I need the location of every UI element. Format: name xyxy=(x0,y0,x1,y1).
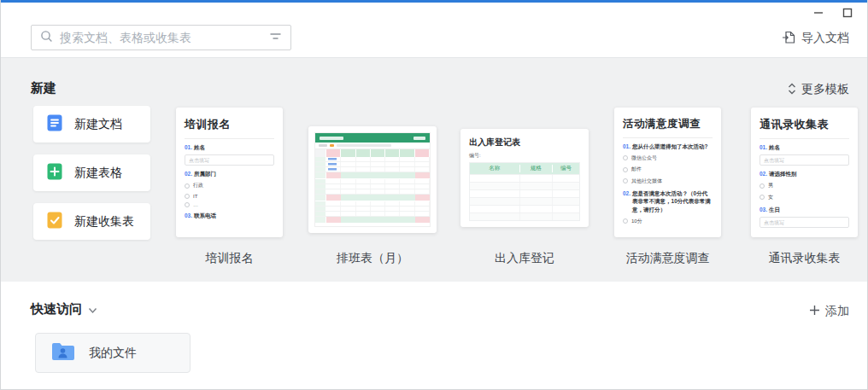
preview-table-header: 名称 规格 编号 xyxy=(470,163,579,174)
more-templates-label: 更多模板 xyxy=(801,82,849,97)
spreadsheet-toolbar xyxy=(315,143,430,149)
window-accent-bar xyxy=(1,0,867,3)
radio-option: 微信公众号 xyxy=(623,154,713,162)
template-preview-title: 活动满意度调查 xyxy=(623,117,713,131)
search-icon xyxy=(40,30,53,46)
radio-option: 男 xyxy=(760,182,849,189)
radio-option: 行政 xyxy=(185,182,274,189)
radio-icon xyxy=(760,183,765,189)
add-label: 添加 xyxy=(825,304,849,319)
new-sheet-icon xyxy=(45,162,64,184)
radio-option: 其他社交媒体 xyxy=(623,178,713,185)
template-caption[interactable]: 培训报名 xyxy=(176,251,283,266)
form-input: 点击填写 xyxy=(760,217,849,228)
search-input[interactable] xyxy=(60,31,269,44)
folder-icon xyxy=(50,341,76,365)
new-doc-button[interactable]: 新建文档 xyxy=(33,106,150,143)
new-form-icon xyxy=(45,211,64,233)
template-card-contact-list[interactable]: 通讯录收集表 01.姓名 点击填写 02.请选择性别 男 女 03.生日 点击填… xyxy=(751,108,858,237)
spreadsheet-subtotal-row xyxy=(315,172,430,179)
import-doc-label: 导入文档 xyxy=(801,31,849,46)
radio-icon xyxy=(185,202,190,207)
template-card-satisfaction-survey[interactable]: 活动满意度调查 01.您从什么渠道得知了本次活动? 微信公众号 邮件 其他社交媒… xyxy=(614,108,721,237)
radio-icon xyxy=(623,178,628,183)
minimize-icon[interactable] xyxy=(812,7,824,19)
new-doc-label: 新建文档 xyxy=(74,117,122,132)
spreadsheet-subtotal-row xyxy=(315,195,430,201)
plus-icon xyxy=(809,305,820,318)
template-caption[interactable]: 活动满意度调查 xyxy=(614,251,721,266)
import-doc-button[interactable]: 导入文档 xyxy=(782,30,849,47)
spreadsheet-thumbnail xyxy=(314,132,431,227)
template-card-shift-schedule[interactable] xyxy=(308,126,437,233)
divider xyxy=(623,137,713,138)
code-label: 编号: xyxy=(469,152,580,160)
updown-chevron-icon xyxy=(788,83,796,97)
chevron-down-icon xyxy=(88,302,97,317)
quick-access-item-my-files[interactable]: 我的文件 xyxy=(35,333,191,373)
divider xyxy=(760,138,849,139)
filter-icon[interactable] xyxy=(269,30,282,45)
add-quick-access-button[interactable]: 添加 xyxy=(809,304,849,319)
template-caption[interactable]: 出入库登记 xyxy=(460,251,589,266)
more-templates-button[interactable]: 更多模板 xyxy=(788,82,849,97)
radio-icon xyxy=(185,194,190,199)
form-question: 01.姓名 xyxy=(185,143,274,151)
spreadsheet-subtotal-row xyxy=(315,217,430,224)
radio-icon xyxy=(623,218,628,224)
template-card-training-signup[interactable]: 培训报名 01.姓名 点击填写 02.所属部门 行政 IT … 03.联系电话 xyxy=(176,108,283,237)
form-question: 01.您从什么渠道得知了本次活动? xyxy=(623,143,713,150)
template-caption[interactable]: 通讯录收集表 xyxy=(751,251,858,266)
template-card-warehouse-register[interactable]: 出入库登记表 编号: 名称 规格 编号 xyxy=(460,129,589,227)
radio-icon xyxy=(623,155,628,160)
window-controls xyxy=(812,7,853,19)
radio-option: IT xyxy=(185,194,274,199)
radio-icon xyxy=(185,183,190,189)
template-preview-title: 出入库登记表 xyxy=(469,137,580,148)
form-input: 点击填写 xyxy=(185,154,274,166)
template-preview-title: 培训报名 xyxy=(185,117,274,132)
quick-access-title: 快速访问 xyxy=(31,301,82,317)
form-question: 02.所属部门 xyxy=(185,170,274,178)
divider xyxy=(185,138,274,139)
quick-access-header[interactable]: 快速访问 xyxy=(31,301,97,317)
new-section: 新建 更多模板 新建文档 新建表格 新建收集表 培 xyxy=(1,57,867,282)
radio-icon xyxy=(623,167,628,172)
form-question: 03.生日 xyxy=(760,206,849,213)
import-doc-icon xyxy=(782,30,795,47)
form-question: 02.请选择性别 xyxy=(760,170,849,178)
maximize-icon[interactable] xyxy=(842,7,853,19)
preview-table: 名称 规格 编号 xyxy=(469,162,580,221)
new-sheet-label: 新建表格 xyxy=(74,166,122,181)
spreadsheet-titlebar xyxy=(315,133,430,143)
radio-option: … xyxy=(185,202,274,207)
new-form-button[interactable]: 新建收集表 xyxy=(33,203,150,240)
new-form-label: 新建收集表 xyxy=(74,214,134,230)
new-section-title: 新建 xyxy=(31,80,56,96)
app-window: 导入文档 新建 更多模板 新建文档 新建表格 新建收集表 xyxy=(0,0,868,390)
my-files-label: 我的文件 xyxy=(89,346,137,361)
new-sheet-button[interactable]: 新建表格 xyxy=(33,154,150,191)
radio-option: 邮件 xyxy=(623,166,713,173)
form-question: 03.联系电话 xyxy=(185,212,274,219)
spreadsheet-header-row xyxy=(315,149,430,157)
radio-option: 女 xyxy=(760,194,849,201)
search-bar[interactable] xyxy=(31,25,291,50)
form-input: 点击填写 xyxy=(760,154,849,166)
template-caption[interactable]: 排班表（月） xyxy=(308,251,437,266)
radio-icon xyxy=(760,195,765,200)
form-question: 01.姓名 xyxy=(760,143,849,151)
radio-option: 10分 xyxy=(623,218,713,225)
template-preview-title: 通讯录收集表 xyxy=(760,117,849,132)
new-doc-icon xyxy=(45,114,64,136)
form-question: 02.您是否满意本次活动？（0分代表非常不满意，10分代表非常满意，请打分） xyxy=(623,189,713,213)
